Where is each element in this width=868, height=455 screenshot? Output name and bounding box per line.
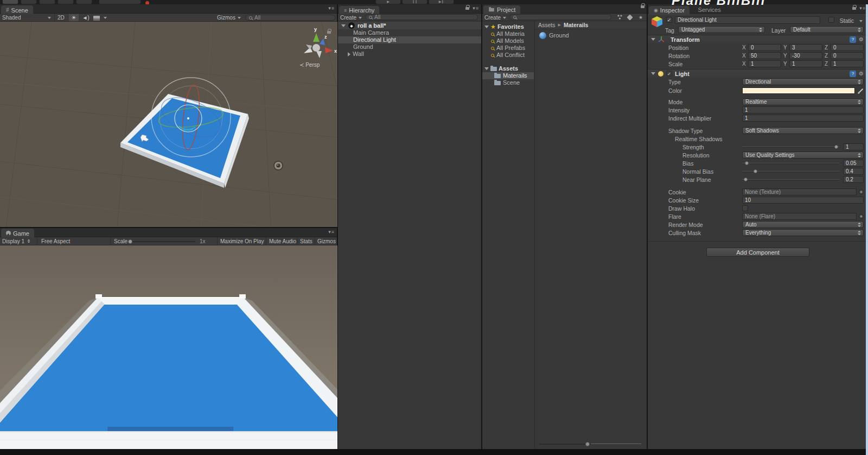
step-button[interactable]: ▶❙ <box>429 0 454 4</box>
transform-header[interactable]: Transform ? ⚙ <box>648 35 868 43</box>
aspect-dropdown[interactable]: Free Aspect <box>41 238 70 245</box>
audio-toggle[interactable]: ◄) <box>81 14 90 21</box>
game-viewport[interactable] <box>0 245 337 450</box>
position-x-field[interactable]: 0 <box>748 44 781 51</box>
gear-icon[interactable]: ⚙ <box>859 36 864 43</box>
help-icon[interactable]: ? <box>850 71 856 77</box>
position-z-field[interactable]: 0 <box>831 44 864 51</box>
near-plane-field[interactable]: 0.2 <box>843 176 864 183</box>
maximize-on-play-button[interactable]: Maximize On Play <box>220 238 264 245</box>
collab-button[interactable] <box>99 0 141 4</box>
shading-mode-dropdown[interactable]: Shaded <box>2 14 52 21</box>
hand-tool-button[interactable] <box>2 0 18 4</box>
mute-audio-button[interactable]: Mute Audio <box>269 238 296 245</box>
move-tool-button[interactable] <box>21 0 37 4</box>
scene-viewport[interactable]: y z x ≺ Persp <box>0 22 337 227</box>
effects-dropdown[interactable] <box>93 14 107 21</box>
breadcrumb-current[interactable]: Materails <box>564 22 589 28</box>
tab-project[interactable]: Project <box>483 5 520 15</box>
foldout-open-icon[interactable] <box>341 24 346 27</box>
rotation-y-field[interactable]: -30 <box>789 52 822 59</box>
asset-zoom-slider[interactable] <box>539 444 641 445</box>
normal-bias-field[interactable]: 0.4 <box>843 168 864 175</box>
panel-menu-icon[interactable]: ▾≡ <box>328 229 335 235</box>
foldout-open-icon[interactable] <box>651 72 655 75</box>
panel-menu-icon[interactable]: ▾≡ <box>328 5 335 11</box>
cookie-object-field[interactable]: None (Texture) <box>742 188 857 195</box>
scale-y-field[interactable]: 1 <box>789 60 822 67</box>
tab-game[interactable]: Game <box>1 229 34 238</box>
assets-root-folder[interactable]: Assets <box>482 65 534 72</box>
favorite-all-materials[interactable]: All Materia <box>482 30 534 37</box>
hierarchy-item-wall[interactable]: Wall <box>338 50 481 58</box>
game-gizmos-dropdown[interactable]: Gizmos <box>317 238 336 245</box>
near-plane-slider[interactable] <box>742 179 839 180</box>
viewport-lock-icon[interactable] <box>327 26 331 36</box>
shadow-type-dropdown[interactable]: Soft Shadows <box>742 127 864 134</box>
bias-field[interactable]: 0.05 <box>843 160 864 167</box>
rotate-tool-button[interactable] <box>39 0 55 4</box>
layer-dropdown[interactable]: Default <box>790 26 864 33</box>
resolution-dropdown[interactable]: Use Quality Settings <box>742 151 864 159</box>
culling-mask-dropdown[interactable]: Everything <box>742 229 864 236</box>
panel-menu-icon[interactable]: ▾≡ <box>859 5 866 11</box>
normal-bias-slider[interactable] <box>742 171 839 172</box>
bias-slider[interactable] <box>742 163 839 164</box>
hierarchy-item-directional-light[interactable]: Directional Light <box>338 36 481 43</box>
scale-x-field[interactable]: 1 <box>748 60 781 67</box>
strength-slider[interactable] <box>742 147 839 148</box>
game-scale-slider[interactable] <box>130 241 195 242</box>
stats-button[interactable]: Stats <box>300 238 312 245</box>
intensity-field[interactable]: 1 <box>742 106 864 113</box>
static-dropdown-icon[interactable] <box>859 20 863 22</box>
add-component-button[interactable]: Add Component <box>706 248 809 257</box>
flare-object-field[interactable]: None (Flare) <box>742 213 857 220</box>
strength-field[interactable]: 1 <box>843 143 864 150</box>
name-field[interactable]: Directional Light <box>675 16 820 24</box>
favorite-all-conflicts[interactable]: All Conflict <box>482 52 534 59</box>
light-type-dropdown[interactable]: Directional <box>742 78 864 85</box>
eyedropper-icon[interactable] <box>859 89 863 93</box>
project-search-input[interactable] <box>509 14 611 20</box>
lock-icon[interactable] <box>852 7 856 10</box>
hierarchy-item-main-camera[interactable]: Main Camera <box>338 29 481 36</box>
asset-item-ground[interactable]: Ground <box>535 31 647 40</box>
foldout-open-icon[interactable] <box>651 38 655 41</box>
light-mode-dropdown[interactable]: Realtime <box>742 98 864 105</box>
object-picker-icon[interactable] <box>859 189 864 194</box>
hierarchy-item-ground[interactable]: Ground <box>338 43 481 50</box>
rotation-z-field[interactable]: 0 <box>831 52 864 59</box>
favorite-search-icon[interactable]: ★ <box>639 14 643 21</box>
light-header[interactable]: ✓ Light ? ⚙ <box>648 69 868 78</box>
scale-tool-button[interactable] <box>58 0 74 4</box>
pause-button[interactable]: ❙❙ <box>402 0 427 4</box>
scene-root-row[interactable]: ◆ roll a ball* <box>338 22 481 29</box>
object-picker-icon[interactable] <box>859 214 864 219</box>
cookie-size-field[interactable]: 10 <box>742 197 864 204</box>
gizmos-dropdown[interactable]: Gizmos <box>217 14 241 21</box>
draw-halo-checkbox[interactable] <box>742 205 748 211</box>
tab-services[interactable]: Services <box>693 5 726 15</box>
folder-scene[interactable]: Scene <box>482 79 534 86</box>
foldout-closed-icon[interactable] <box>348 52 350 56</box>
lock-icon[interactable] <box>465 7 469 10</box>
lighting-toggle[interactable]: ☀ <box>69 14 79 21</box>
persp-toggle[interactable]: ≺ Persp <box>299 62 320 68</box>
display-dropdown[interactable]: Display 1 <box>2 238 30 245</box>
project-create-dropdown[interactable]: Create <box>484 14 506 21</box>
2d-toggle[interactable]: 2D <box>58 14 65 21</box>
hierarchy-create-dropdown[interactable]: Create <box>340 14 362 21</box>
active-checkbox[interactable]: ✓ <box>666 17 672 23</box>
rect-tool-button[interactable] <box>76 0 92 4</box>
search-by-label-icon[interactable] <box>628 14 632 21</box>
favorite-all-prefabs[interactable]: All Prefabs <box>482 45 534 52</box>
favorite-all-models[interactable]: All Models <box>482 37 534 45</box>
position-y-field[interactable]: 3 <box>789 44 822 51</box>
help-icon[interactable]: ? <box>850 36 856 43</box>
hierarchy-search-input[interactable]: All <box>365 14 478 20</box>
panel-menu-icon[interactable]: ▾≡ <box>473 5 479 11</box>
gear-icon[interactable]: ⚙ <box>859 71 864 77</box>
tag-dropdown[interactable]: Untagged <box>678 26 765 33</box>
rotation-x-field[interactable]: 50 <box>748 52 781 59</box>
scene-search-input[interactable]: All <box>245 15 335 21</box>
